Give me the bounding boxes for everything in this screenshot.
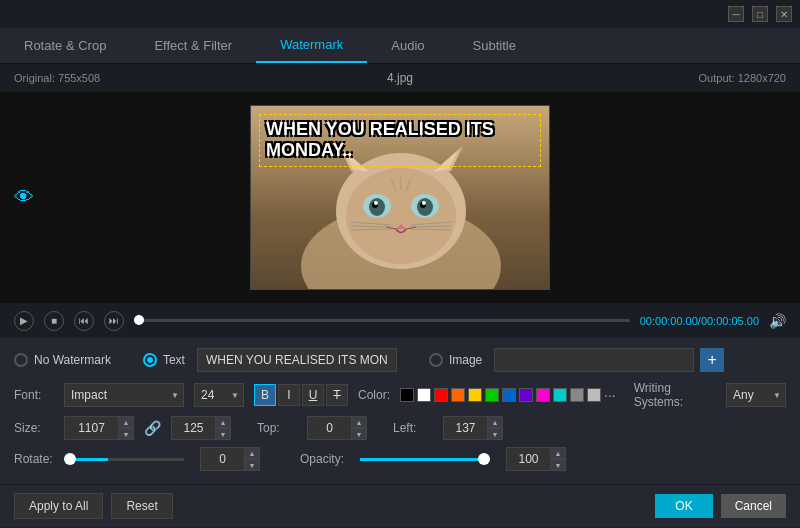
link-icon[interactable]: 🔗 [144, 420, 161, 436]
writing-systems-label: Writing Systems: [634, 381, 712, 409]
underline-button[interactable]: U [302, 384, 324, 406]
apply-to-all-button[interactable]: Apply to All [14, 493, 103, 519]
text-option[interactable]: Text [143, 348, 397, 372]
opacity-down[interactable]: ▼ [550, 459, 566, 471]
opacity-value-input[interactable] [506, 447, 551, 471]
ok-button[interactable]: OK [655, 494, 712, 518]
size-h-input[interactable] [171, 416, 216, 440]
size-h-up[interactable]: ▲ [215, 416, 231, 428]
tab-subtitle[interactable]: Subtitle [449, 28, 540, 63]
original-size: Original: 755x508 [14, 72, 134, 84]
preview-area: 👁 [0, 92, 800, 302]
no-watermark-option[interactable]: No Watermark [14, 353, 111, 367]
opacity-label: Opacity: [300, 452, 344, 466]
output-size: Output: 1280x720 [666, 72, 786, 84]
file-bar: Original: 755x508 4.jpg Output: 1280x720 [0, 64, 800, 92]
rotate-value-input[interactable] [200, 447, 245, 471]
maximize-button[interactable]: □ [752, 6, 768, 22]
color-label: Color: [358, 388, 390, 402]
top-input[interactable] [307, 416, 352, 440]
tab-rotate-crop[interactable]: Rotate & Crop [0, 28, 130, 63]
image-path-input[interactable] [494, 348, 694, 372]
swatch-blue[interactable] [502, 388, 516, 402]
rotate-value-group: ▲ ▼ [200, 447, 260, 471]
swatch-purple[interactable] [519, 388, 533, 402]
swatch-gray[interactable] [570, 388, 584, 402]
font-select-wrapper: Impact Arial Times New Roman [64, 383, 184, 407]
more-colors-icon[interactable]: ··· [604, 387, 616, 403]
title-bar: ─ □ ✕ [0, 0, 800, 28]
playback-bar: ▶ ■ ⏮ ⏭ 00:00:00.00/00:00:05.00 🔊 [0, 302, 800, 338]
italic-button[interactable]: I [278, 384, 300, 406]
play-button[interactable]: ▶ [14, 311, 34, 331]
size-w-group: ▲ ▼ [64, 416, 134, 440]
image-option[interactable]: Image + [429, 348, 724, 372]
writing-systems-select-wrapper: Any Latin [726, 383, 786, 407]
filename: 4.jpg [134, 71, 666, 85]
swatch-yellow[interactable] [468, 388, 482, 402]
rotate-down[interactable]: ▼ [244, 459, 260, 471]
text-radio[interactable] [143, 353, 157, 367]
rotate-up[interactable]: ▲ [244, 447, 260, 459]
tab-audio[interactable]: Audio [367, 28, 448, 63]
time-display: 00:00:00.00/00:00:05.00 [640, 315, 759, 327]
left-down[interactable]: ▼ [487, 428, 503, 440]
swatch-lightgray[interactable] [587, 388, 601, 402]
seek-bar[interactable] [134, 319, 630, 322]
font-label: Font: [14, 388, 54, 402]
minimize-button[interactable]: ─ [728, 6, 744, 22]
tab-effect-filter[interactable]: Effect & Filter [130, 28, 256, 63]
no-watermark-radio[interactable] [14, 353, 28, 367]
left-input[interactable] [443, 416, 488, 440]
swatch-green[interactable] [485, 388, 499, 402]
watermark-text-input[interactable] [197, 348, 397, 372]
left-group: ▲ ▼ [443, 416, 503, 440]
swatch-orange[interactable] [451, 388, 465, 402]
controls-area: No Watermark Text Image + Font: Impact A… [0, 338, 800, 484]
preview-image: WHEN YOU REALISED ITS MONDAY.. [251, 106, 549, 289]
image-radio[interactable] [429, 353, 443, 367]
font-size-select-wrapper: 24 12 36 48 [194, 383, 244, 407]
opacity-up[interactable]: ▲ [550, 447, 566, 459]
bold-button[interactable]: B [254, 384, 276, 406]
tab-watermark[interactable]: Watermark [256, 28, 367, 63]
swatch-red[interactable] [434, 388, 448, 402]
font-style-buttons: B I U T [254, 384, 348, 406]
swatch-black[interactable] [400, 388, 414, 402]
writing-systems-select[interactable]: Any Latin [726, 383, 786, 407]
size-h-down[interactable]: ▼ [215, 428, 231, 440]
stop-button[interactable]: ■ [44, 311, 64, 331]
swatch-pink[interactable] [536, 388, 550, 402]
volume-icon[interactable]: 🔊 [769, 313, 786, 329]
font-size-select[interactable]: 24 12 36 48 [194, 383, 244, 407]
rotate-slider[interactable] [64, 458, 184, 461]
preview-eye-icon[interactable]: 👁 [14, 186, 34, 209]
font-select[interactable]: Impact Arial Times New Roman [64, 383, 184, 407]
tabs-bar: Rotate & Crop Effect & Filter Watermark … [0, 28, 800, 64]
close-button[interactable]: ✕ [776, 6, 792, 22]
reset-button[interactable]: Reset [111, 493, 172, 519]
left-up[interactable]: ▲ [487, 416, 503, 428]
size-row: Size: ▲ ▼ 🔗 ▲ ▼ Top: ▲ ▼ Left: [14, 416, 786, 440]
top-down[interactable]: ▼ [351, 428, 367, 440]
opacity-slider[interactable] [360, 458, 490, 461]
opacity-value-group: ▲ ▼ [506, 447, 566, 471]
cancel-button[interactable]: Cancel [721, 494, 786, 518]
swatch-white[interactable] [417, 388, 431, 402]
size-label: Size: [14, 421, 54, 435]
rotate-label: Rotate: [14, 452, 54, 466]
top-up[interactable]: ▲ [351, 416, 367, 428]
preview-image-container: WHEN YOU REALISED ITS MONDAY.. [250, 105, 550, 290]
swatch-teal[interactable] [553, 388, 567, 402]
size-w-down[interactable]: ▼ [118, 428, 134, 440]
image-label: Image [449, 353, 482, 367]
add-image-button[interactable]: + [700, 348, 724, 372]
top-group: ▲ ▼ [307, 416, 367, 440]
seek-handle[interactable] [134, 315, 144, 325]
strikethrough-button[interactable]: T [326, 384, 348, 406]
next-frame-button[interactable]: ⏭ [104, 311, 124, 331]
rotate-opacity-row: Rotate: ▲ ▼ Opacity: ▲ ▼ [14, 447, 786, 471]
prev-frame-button[interactable]: ⏮ [74, 311, 94, 331]
size-w-input[interactable] [64, 416, 119, 440]
size-w-up[interactable]: ▲ [118, 416, 134, 428]
